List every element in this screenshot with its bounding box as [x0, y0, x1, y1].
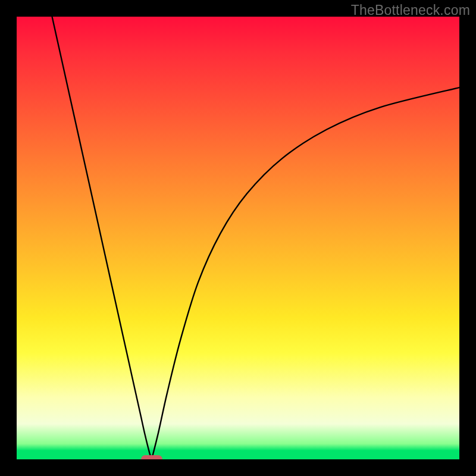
plot-area	[17, 17, 459, 459]
minimum-marker	[141, 455, 162, 459]
bottleneck-curve	[17, 17, 459, 459]
watermark-text: TheBottleneck.com	[351, 2, 470, 18]
chart-frame: TheBottleneck.com	[0, 0, 476, 476]
